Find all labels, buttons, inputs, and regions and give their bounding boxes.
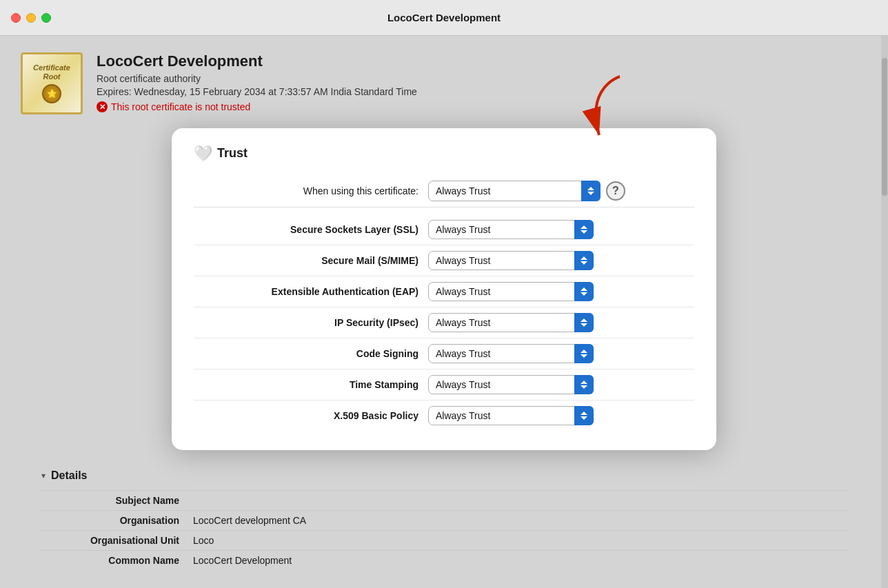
trust-row-select[interactable]: System DefaultsNever TrustAlways TrustUs…	[428, 375, 594, 394]
trust-row-select[interactable]: System DefaultsNever TrustAlways TrustUs…	[428, 282, 594, 301]
trust-row-select-wrapper[interactable]: System DefaultsNever TrustAlways TrustUs…	[428, 251, 594, 270]
scrollbar[interactable]	[881, 36, 888, 588]
details-header: ▾ Details	[41, 469, 847, 482]
trust-row-label: Code Signing	[194, 348, 428, 359]
details-row: Subject Name	[41, 490, 847, 510]
cert-not-trusted: ✕ This root certificate is not trusted	[97, 101, 867, 112]
cert-expires: Expires: Wednesday, 15 February 2034 at …	[97, 86, 867, 97]
trust-header: 🤍 Trust	[194, 145, 694, 161]
details-row: OrganisationLocoCert development CA	[41, 510, 847, 530]
details-rows: Subject NameOrganisationLocoCert develop…	[41, 490, 847, 570]
trust-row-select[interactable]: System DefaultsNever TrustAlways TrustUs…	[428, 313, 594, 332]
trust-panel: 🤍 Trust When using this certificate: Alw…	[172, 128, 716, 450]
details-value: LocoCert development CA	[193, 515, 306, 526]
cert-header: CertificateRoot ⭐ LocoCert Development R…	[21, 52, 867, 114]
chevron-down-icon: ▾	[41, 471, 46, 480]
not-trusted-text: This root certificate is not trusted	[111, 101, 250, 112]
trust-row: Secure Sockets Layer (SSL)System Default…	[194, 214, 694, 245]
trust-row-label: Extensible Authentication (EAP)	[194, 286, 428, 297]
trust-row-label: Secure Sockets Layer (SSL)	[194, 224, 428, 235]
trust-title: Trust	[217, 146, 248, 161]
trust-row-select-wrapper[interactable]: System DefaultsNever TrustAlways TrustUs…	[428, 406, 594, 425]
close-button[interactable]	[11, 13, 21, 23]
trust-row: Secure Mail (S/MIME)System DefaultsNever…	[194, 245, 694, 276]
details-row: Common NameLocoCert Development	[41, 550, 847, 570]
trust-row-select[interactable]: System DefaultsNever TrustAlways TrustUs…	[428, 251, 594, 270]
trust-row-label: Time Stamping	[194, 379, 428, 390]
trust-heart-icon: 🤍	[194, 145, 210, 161]
when-using-select-wrap: Always Trust System Defaults Never Trust…	[428, 181, 625, 201]
when-using-row: When using this certificate: Always Trus…	[194, 175, 694, 207]
details-value: LocoCert Development	[193, 555, 292, 566]
cert-seal: ⭐	[42, 84, 61, 103]
minimize-button[interactable]	[26, 13, 36, 23]
trust-row-select[interactable]: System DefaultsNever TrustAlways TrustUs…	[428, 220, 594, 239]
details-key: Organisational Unit	[41, 535, 193, 546]
when-using-label: When using this certificate:	[194, 185, 428, 196]
main-content: CertificateRoot ⭐ LocoCert Development R…	[0, 36, 888, 588]
trust-rows: Secure Sockets Layer (SSL)System Default…	[194, 214, 694, 431]
cert-info: LocoCert Development Root certificate au…	[97, 52, 867, 112]
details-value: Loco	[193, 535, 214, 546]
trust-row: X.509 Basic PolicySystem DefaultsNever T…	[194, 400, 694, 431]
trust-row-select[interactable]: System DefaultsNever TrustAlways TrustUs…	[428, 344, 594, 363]
trust-row: IP Security (IPsec)System DefaultsNever …	[194, 307, 694, 338]
details-title: Details	[51, 469, 87, 482]
cert-icon: CertificateRoot ⭐	[21, 52, 83, 114]
maximize-button[interactable]	[41, 13, 51, 23]
trust-row-select-wrapper[interactable]: System DefaultsNever TrustAlways TrustUs…	[428, 313, 594, 332]
details-section: ▾ Details Subject NameOrganisationLocoCe…	[21, 469, 867, 570]
details-key: Common Name	[41, 555, 193, 566]
trust-row-label: Secure Mail (S/MIME)	[194, 255, 428, 266]
trust-row-select-wrapper[interactable]: System DefaultsNever TrustAlways TrustUs…	[428, 220, 594, 239]
main-select-wrapper[interactable]: Always Trust System Defaults Never Trust…	[428, 181, 601, 201]
window-title: LocoCert Development	[387, 12, 501, 23]
details-key: Organisation	[41, 515, 193, 526]
not-trusted-icon: ✕	[97, 101, 108, 112]
cert-icon-label: CertificateRoot	[33, 63, 70, 81]
cert-name: LocoCert Development	[97, 52, 867, 70]
help-button[interactable]: ?	[606, 181, 625, 201]
traffic-lights	[11, 13, 51, 23]
trust-row: Time StampingSystem DefaultsNever TrustA…	[194, 369, 694, 400]
trust-row: Code SigningSystem DefaultsNever TrustAl…	[194, 338, 694, 369]
trust-row: Extensible Authentication (EAP)System De…	[194, 276, 694, 307]
trust-row-label: X.509 Basic Policy	[194, 410, 428, 421]
title-bar: LocoCert Development	[0, 0, 888, 36]
trust-row-label: IP Security (IPsec)	[194, 317, 428, 328]
trust-row-select-wrapper[interactable]: System DefaultsNever TrustAlways TrustUs…	[428, 282, 594, 301]
cert-type: Root certificate authority	[97, 73, 867, 84]
main-trust-select[interactable]: Always Trust System Defaults Never Trust…	[428, 181, 601, 201]
trust-row-select-wrapper[interactable]: System DefaultsNever TrustAlways TrustUs…	[428, 344, 594, 363]
scrollbar-thumb[interactable]	[882, 58, 887, 196]
trust-row-select-wrapper[interactable]: System DefaultsNever TrustAlways TrustUs…	[428, 375, 594, 394]
trust-row-select[interactable]: System DefaultsNever TrustAlways TrustUs…	[428, 406, 594, 425]
details-key: Subject Name	[41, 495, 193, 506]
details-row: Organisational UnitLoco	[41, 530, 847, 550]
